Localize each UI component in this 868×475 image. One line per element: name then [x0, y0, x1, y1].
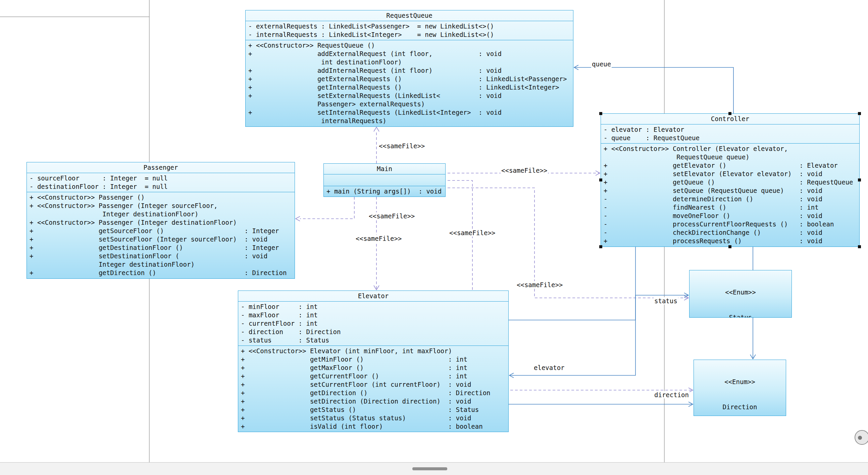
- enum-direction[interactable]: <<Enum>> Direction + UP : EnumConstant+ …: [693, 359, 786, 416]
- method-line: + getQueue () : RequestQueue: [603, 178, 857, 187]
- horizontal-scrollbar-thumb[interactable]: [412, 467, 447, 470]
- methods-compartment: + main (String args[]) : void: [324, 186, 445, 197]
- enum-title-status: <<Enum>> Status: [689, 271, 792, 318]
- method-line: + setStatus (Status status) : void: [241, 414, 506, 422]
- method-line: - determineDirection () : void: [603, 195, 857, 203]
- diagram-canvas[interactable]: RequestQueue - externalRequests : Linked…: [0, 0, 868, 475]
- method-line: + processRequests () : void: [603, 237, 857, 245]
- method-line: + setCurrentFloor (int currentFloor) : v…: [241, 380, 506, 389]
- method-line: - moveOneFloor () : void: [603, 212, 857, 220]
- widget-dot-icon: [858, 436, 862, 440]
- method-line: + setExternalRequests (LinkedList< : voi…: [248, 92, 570, 100]
- attribute-line: - elevator : Elevator: [603, 125, 857, 134]
- attributes-compartment-empty: [324, 174, 445, 186]
- class-title-controller: Controller: [601, 114, 859, 124]
- attributes-compartment: - elevator : Elevator- queue : RequestQu…: [601, 124, 859, 143]
- method-line: + <<Constructor>> Passenger (Integer sou…: [30, 201, 292, 210]
- method-line: RequestQueue queue): [603, 153, 857, 161]
- attribute-line: - destinationFloor : Integer = null: [30, 183, 292, 191]
- method-line: + getMinFloor () : int: [241, 355, 506, 363]
- association-controller-elevator[interactable]: [510, 247, 636, 375]
- arrowhead-queue: [574, 65, 579, 70]
- selection-handle-mid-left[interactable]: [599, 179, 602, 182]
- selection-handle-top-center[interactable]: [728, 112, 732, 115]
- method-line: Passenger> externalRequests): [248, 100, 570, 108]
- arrowhead-main-status: [684, 295, 688, 300]
- method-line: + getInternalRequests () : LinkedList<In…: [248, 83, 570, 92]
- attribute-line: - currentFloor : int: [241, 319, 506, 328]
- class-main[interactable]: Main + main (String args[]) : void: [323, 163, 445, 197]
- samefile-label-requestqueue[interactable]: <<sameFile>>: [378, 142, 426, 150]
- enum-name: Status: [691, 313, 789, 318]
- selection-handle-top-right[interactable]: [858, 112, 861, 115]
- dependency-main-passenger[interactable]: [300, 197, 354, 219]
- method-line: + setElevator (Elevator elevator) : void: [603, 170, 857, 178]
- class-elevator[interactable]: Elevator - minFloor : int- maxFloor : in…: [238, 290, 509, 432]
- selection-handle-bottom-right[interactable]: [858, 245, 861, 248]
- attribute-line: - minFloor : int: [241, 303, 506, 311]
- arrowhead-elevator: [509, 373, 514, 378]
- samefile-label-controller[interactable]: <<sameFile>>: [501, 167, 548, 174]
- selection-handle-bottom-center[interactable]: [728, 245, 732, 248]
- method-line: + setDestinationFloor ( : void: [30, 252, 292, 260]
- method-line: - findNearest () : int: [603, 203, 857, 212]
- method-line: + <<Constructor>> RequestQueue (): [248, 41, 570, 50]
- arrowhead-main-requestqueue: [374, 127, 379, 131]
- method-line: + getElevator () : Elevator: [603, 161, 857, 170]
- attributes-compartment: - externalRequests : LinkedList<Passenge…: [246, 21, 573, 40]
- role-label-queue[interactable]: queue: [591, 60, 612, 68]
- method-line: internalRequests): [248, 117, 570, 125]
- methods-compartment: + <<Constructor>> Passenger ()+ <<Constr…: [27, 192, 294, 278]
- method-line: int destinationFloor): [248, 58, 570, 66]
- selection-handle-bottom-left[interactable]: [599, 245, 602, 248]
- methods-compartment: + <<Constructor>> RequestQueue ()+ addEx…: [246, 40, 573, 126]
- method-line: + setQueue (RequestQueue queue) : void: [603, 187, 857, 195]
- attributes-compartment: - sourceFloor : Integer = null- destinat…: [27, 173, 294, 192]
- attribute-line: - sourceFloor : Integer = null: [30, 174, 292, 183]
- arrowhead-main-controller: [595, 171, 600, 176]
- method-line: + getDestinationFloor () : Integer: [30, 244, 292, 252]
- method-line: + getMaxFloor () : int: [241, 363, 506, 372]
- class-title-requestqueue: RequestQueue: [246, 10, 573, 21]
- samefile-label-status[interactable]: <<sameFile>>: [516, 281, 563, 288]
- method-line: + main (String args[]) : void: [327, 187, 442, 196]
- method-line: Integer destinationFloor): [30, 210, 292, 218]
- attribute-line: - direction : Direction: [241, 328, 506, 336]
- attribute-line: - externalRequests : LinkedList<Passenge…: [248, 22, 570, 31]
- method-line: + setInternalRequests (LinkedList<Intege…: [248, 108, 570, 117]
- selection-handle-top-left[interactable]: [599, 112, 602, 115]
- class-passenger[interactable]: Passenger - sourceFloor : Integer = null…: [27, 162, 295, 279]
- method-line: - checkDirectionChange () : void: [603, 228, 857, 237]
- class-requestqueue[interactable]: RequestQueue - externalRequests : Linked…: [245, 10, 574, 127]
- floating-scroll-widget-button[interactable]: [855, 430, 868, 445]
- method-line: - processCurrentFloorRequests () : boole…: [603, 220, 857, 228]
- association-controller-requestqueue[interactable]: [575, 67, 734, 114]
- horizontal-scrollbar[interactable]: [0, 462, 868, 475]
- stereotype-label: <<Enum>>: [691, 288, 789, 296]
- selection-handle-mid-right[interactable]: [858, 179, 861, 182]
- attribute-line: - internalRequests : LinkedList<Integer>…: [248, 31, 570, 39]
- stereotype-label: <<Enum>>: [696, 378, 784, 386]
- role-label-elevator[interactable]: elevator: [533, 364, 565, 371]
- role-label-direction[interactable]: direction: [654, 391, 689, 399]
- method-line: + getCurrentFloor () : int: [241, 372, 506, 380]
- method-line: + <<Constructor>> Elevator (int minFloor…: [241, 347, 506, 355]
- method-line: + setDirection (Direction direction) : v…: [241, 397, 506, 406]
- arrowhead-main-elevator: [374, 285, 379, 290]
- samefile-label-elevator[interactable]: <<sameFile>>: [355, 235, 402, 242]
- method-line: + <<Constructor>> Passenger (): [30, 193, 292, 201]
- role-label-status[interactable]: status: [654, 297, 678, 305]
- arrowhead-main-passenger: [296, 216, 300, 221]
- method-line: + getDirection () : Direction: [241, 389, 506, 397]
- samefile-label-passenger[interactable]: <<sameFile>>: [368, 212, 415, 220]
- arrowhead-controller-direction: [750, 355, 755, 359]
- method-line: + addInternalRequest (int floor) : void: [248, 66, 570, 75]
- class-title-main: Main: [324, 164, 445, 174]
- method-line: + getExternalRequests () : LinkedList<Pa…: [248, 75, 570, 83]
- method-line: + setSourceFloor (Integer sourceFloor) :…: [30, 235, 292, 244]
- enum-name: Direction: [696, 403, 784, 411]
- enum-status[interactable]: <<Enum>> Status + STOP : EnumConstant+ M…: [689, 270, 792, 318]
- samefile-label-direction[interactable]: <<sameFile>>: [448, 229, 496, 236]
- class-controller[interactable]: Controller - elevator : Elevator- queue …: [600, 114, 860, 247]
- method-line: Integer destinationFloor): [30, 260, 292, 269]
